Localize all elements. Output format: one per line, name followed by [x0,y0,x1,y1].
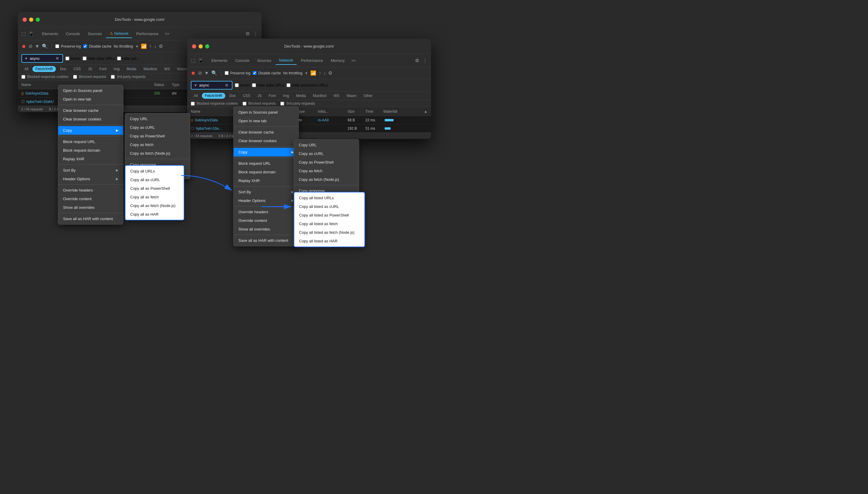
blocked-cookies-2[interactable]: Blocked response cookies [191,101,238,106]
menu-clear-cookies-2[interactable]: Clear browser cookies [234,136,298,145]
type-js-1[interactable]: JS [85,66,95,72]
clear-icon-2[interactable]: ⊘ [198,70,202,76]
tab-performance-2[interactable]: Performance [297,57,327,64]
third-party-requests-2[interactable]: 3rd-party requests [280,101,315,106]
upload-icon-1[interactable]: ↑ [149,44,152,49]
menu-header-options-1[interactable]: Header Options ▶ [58,175,123,183]
type-other-2[interactable]: Other [360,93,375,99]
menu-sort-by-2[interactable]: Sort By ▶ [234,188,298,196]
menu-open-tab-1[interactable]: Open in new tab [58,95,123,103]
copy-all-listed-powershell-2[interactable]: Copy all listed as PowerShell [294,211,364,220]
tab-more-1[interactable]: >> [163,30,172,37]
blocked-requests-2[interactable]: Blocked requests [242,101,276,106]
preserve-log-checkbox-2[interactable]: Preserve log [225,71,250,75]
record-icon-1[interactable]: ⏺ [21,44,26,49]
minimize-button-1[interactable] [29,18,33,22]
menu-block-url-2[interactable]: Block request URL [234,159,298,168]
tab-sources-2[interactable]: Sources [254,57,275,64]
type-doc-2[interactable]: Doc [226,93,239,99]
tab-network-2[interactable]: Network [276,56,297,65]
hide-data-urls-check-2[interactable] [252,83,256,87]
table-row-w2-1[interactable]: ☐ hpba?vet=10a... 192 B 51 ms [187,124,431,133]
invert-checkbox-2[interactable]: Invert [235,83,250,88]
menu-clear-cookies-1[interactable]: Clear browser cookies [58,115,123,124]
throttle-arrow-1[interactable]: ▼ [135,44,139,48]
tab-sources-1[interactable]: Sources [84,30,105,38]
hide-ext-urls-check-2[interactable] [287,83,291,87]
blocked-cookies-1[interactable]: Blocked response cookies [21,75,68,79]
invert-check-1[interactable] [65,57,69,60]
preserve-log-check-1[interactable] [55,44,59,48]
hide-data-urls-checkbox-2[interactable]: Hide data URLs [252,83,284,88]
hide-ext-checkbox-1[interactable]: Hide ext... [117,56,140,61]
mobile-icon-2[interactable]: 📱 [198,58,204,63]
invert-checkbox-1[interactable]: Invert [65,56,80,61]
filter-clear-2[interactable]: ✕ [225,82,229,88]
filter-icon-2[interactable]: ▼ [204,71,209,76]
settings2-icon-1[interactable]: ⚙ [159,43,163,49]
menu-open-tab-2[interactable]: Open in new tab [234,117,298,125]
menu-header-options-2[interactable]: Header Options ▶ [234,196,298,205]
table-row-w2-0[interactable]: {} GetAsyncData 200 xhr m-AA0 68 B 22 ms [187,116,431,124]
menu-override-headers-1[interactable]: Override headers [58,186,123,194]
type-wasm-2[interactable]: Wasm [343,93,360,99]
type-css-1[interactable]: CSS [71,66,84,72]
close-button-2[interactable] [192,44,196,49]
menu-override-content-2[interactable]: Override content [234,216,298,225]
menu-open-sources-1[interactable]: Open in Sources panel [58,86,123,95]
copy-powershell-2[interactable]: Copy as PowerShell [294,158,359,167]
type-fetch-xhr-2[interactable]: Fetch/XHR [202,93,225,99]
menu-open-sources-2[interactable]: Open in Sources panel [234,108,298,117]
copy-fetch-2[interactable]: Copy as fetch [294,167,359,175]
type-img-1[interactable]: Img [111,66,122,72]
menu-save-har-1[interactable]: Save all as HAR with content [58,214,123,223]
type-manifest-1[interactable]: Manifest [141,66,160,72]
filter-input-1[interactable] [30,56,54,61]
third-party-requests-1[interactable]: 3rd-party requests [111,75,145,79]
copy-all-curl-1[interactable]: Copy all as cURL [125,175,184,184]
tab-elements-1[interactable]: Elements [38,30,61,38]
menu-clear-cache-2[interactable]: Clear browser cache [234,128,298,136]
menu-override-headers-2[interactable]: Override headers [234,208,298,216]
record-icon-2[interactable]: ⏺ [191,71,196,76]
type-font-2[interactable]: Font [266,93,279,99]
type-manifest-2[interactable]: Manifest [310,93,329,99]
menu-replay-xhr-2[interactable]: Replay XHR [234,176,298,185]
type-media-2[interactable]: Media [293,93,309,99]
copy-fetch-node-2[interactable]: Copy as fetch (Node.js) [294,175,359,184]
copy-all-fetch-node-1[interactable]: Copy all as fetch (Node.js) [125,201,184,210]
settings-icon-1[interactable]: ⚙ [245,31,250,37]
tab-network-1[interactable]: ⚠ Network [106,30,132,38]
disable-cache-checkbox-1[interactable]: Disable cache [83,44,111,49]
copy-all-listed-fetch-2[interactable]: Copy all listed as fetch [294,220,364,228]
settings2-icon-2[interactable]: ⚙ [328,70,332,76]
wifi-icon-1[interactable]: 📶 [141,43,147,49]
menu-show-overrides-1[interactable]: Show all overrides [58,203,123,212]
type-ws-2[interactable]: WS [331,93,342,99]
menu-copy-2[interactable]: Copy ▶ [234,148,298,156]
throttle-arrow-2[interactable]: ▼ [305,71,308,75]
menu-block-domain-1[interactable]: Block request domain [58,146,123,155]
menu-copy-1[interactable]: Copy ▶ [58,126,123,135]
tab-performance-1[interactable]: Performance [133,30,162,38]
copy-curl-1[interactable]: Copy as cURL [125,123,190,132]
copy-all-listed-har-2[interactable]: Copy all listed as HAR [294,237,364,245]
clear-icon-1[interactable]: ⊘ [28,43,33,49]
copy-all-listed-urls-2[interactable]: Copy all listed URLs [294,194,364,202]
type-all-1[interactable]: All [21,66,31,72]
upload-icon-2[interactable]: ↑ [319,71,321,76]
copy-all-powershell-1[interactable]: Copy all as PowerShell [125,184,184,193]
preserve-log-checkbox-1[interactable]: Preserve log [55,44,81,49]
type-js-2[interactable]: JS [254,93,264,99]
copy-all-listed-fetch-node-2[interactable]: Copy all listed as fetch (Node.js) [294,228,364,237]
more-icon-2[interactable]: ⋮ [423,58,428,63]
menu-clear-cache-1[interactable]: Clear browser cache [58,106,123,115]
tab-memory-2[interactable]: Memory [327,57,349,64]
copy-all-listed-curl-2[interactable]: Copy all listed as cURL [294,202,364,211]
more-icon-1[interactable]: ⋮ [253,31,258,37]
type-fetch-xhr-1[interactable]: Fetch/XHR [33,66,56,72]
copy-url-2[interactable]: Copy URL [294,141,359,149]
maximize-button-1[interactable] [36,18,40,22]
menu-save-har-2[interactable]: Save all as HAR with content [234,236,298,245]
hide-data-urls-checkbox-1[interactable]: Hide data URLs [83,56,115,61]
